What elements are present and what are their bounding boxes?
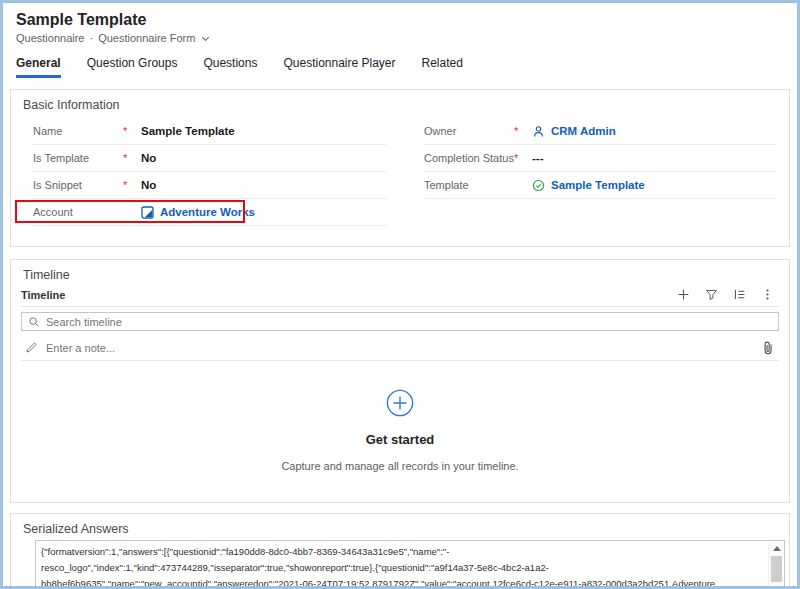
completion-status-field-value[interactable]: --- — [532, 152, 544, 164]
chevron-down-icon[interactable] — [201, 34, 210, 43]
timeline-search-box — [21, 312, 779, 331]
pencil-icon — [25, 341, 38, 354]
timeline-section: Timeline Timeline — [10, 259, 790, 503]
form-selector[interactable]: Questionnaire Form — [98, 32, 195, 44]
get-started-caption: Capture and manage all records in your t… — [21, 460, 779, 472]
account-lookup-value[interactable]: Adventure Works — [141, 206, 255, 219]
field-label: Template — [424, 179, 514, 191]
field-label: Is Snippet — [33, 179, 123, 191]
tab-question-groups[interactable]: Question Groups — [87, 56, 178, 78]
serialized-answers-textbox[interactable]: {"formatversion":1,"answers":[{"question… — [35, 540, 785, 589]
account-link[interactable]: Adventure Works — [160, 206, 255, 218]
field-label: Name — [33, 125, 123, 137]
person-icon — [532, 125, 545, 138]
is-template-field-value[interactable]: No — [141, 152, 156, 164]
tab-general[interactable]: General — [16, 56, 61, 78]
entity-name: Questionnaire — [16, 32, 85, 44]
plus-icon[interactable] — [677, 288, 690, 301]
field-row-account: Account Adventure Works — [33, 199, 386, 226]
basic-information-fields: Name * Sample Template Is Template * No … — [33, 118, 777, 226]
field-row-completion-status: Completion Status * --- — [424, 145, 777, 172]
tab-related[interactable]: Related — [422, 56, 463, 78]
field-label: Account — [33, 206, 123, 218]
basic-information-section: Basic Information Name * Sample Template… — [10, 89, 790, 247]
timeline-panel: Timeline — [21, 288, 779, 472]
field-label: Completion Status — [424, 152, 514, 164]
section-title-basic-information: Basic Information — [11, 90, 789, 112]
is-snippet-field-value[interactable]: No — [141, 179, 156, 191]
template-icon — [532, 179, 545, 192]
required-asterisk: * — [514, 152, 532, 164]
breadcrumb: Questionnaire · Questionnaire Form — [16, 32, 797, 44]
field-label: Owner — [424, 125, 514, 137]
template-link[interactable]: Sample Template — [551, 179, 645, 191]
name-field-value[interactable]: Sample Template — [141, 125, 235, 137]
account-icon — [141, 206, 154, 219]
required-asterisk: * — [123, 125, 141, 137]
template-lookup-value[interactable]: Sample Template — [532, 179, 645, 192]
tab-questionnaire-player[interactable]: Questionnaire Player — [283, 56, 395, 78]
owner-link[interactable]: CRM Admin — [551, 125, 616, 137]
field-row-owner: Owner * CRM Admin — [424, 118, 777, 145]
vertical-scrollbar[interactable] — [768, 542, 783, 589]
timeline-commands — [677, 288, 777, 301]
fields-left-column: Name * Sample Template Is Template * No … — [33, 118, 386, 226]
paperclip-icon[interactable] — [762, 341, 774, 355]
field-row-is-template: Is Template * No — [33, 145, 386, 172]
breadcrumb-separator: · — [90, 32, 94, 44]
form-tabs: General Question Groups Questions Questi… — [3, 56, 797, 78]
required-asterisk: * — [123, 179, 141, 191]
expand-records-icon[interactable] — [733, 288, 746, 301]
scrollbar-thumb[interactable] — [771, 556, 782, 582]
section-title-timeline: Timeline — [11, 260, 789, 282]
get-started-title: Get started — [21, 432, 779, 447]
timeline-empty-state: Get started Capture and manage all recor… — [21, 389, 779, 472]
filter-icon[interactable] — [705, 288, 718, 301]
note-entry-row — [21, 335, 779, 361]
field-label: Is Template — [33, 152, 123, 164]
get-started-plus-icon[interactable] — [386, 389, 414, 417]
field-row-is-snippet: Is Snippet * No — [33, 172, 386, 199]
search-timeline-input[interactable] — [46, 316, 778, 328]
enter-note-input[interactable] — [46, 342, 754, 354]
timeline-panel-title: Timeline — [21, 289, 65, 301]
field-row-template: Template Sample Template — [424, 172, 777, 199]
required-asterisk: * — [514, 125, 532, 137]
page-header: Sample Template Questionnaire · Question… — [3, 3, 797, 44]
owner-lookup-value[interactable]: CRM Admin — [532, 125, 616, 138]
search-icon — [28, 316, 40, 328]
serialized-answers-section: Serialized Answers {"formatversion":1,"a… — [10, 513, 790, 589]
scroll-up-icon[interactable] — [773, 546, 781, 551]
section-title-serialized-answers: Serialized Answers — [11, 514, 789, 536]
tab-questions[interactable]: Questions — [203, 56, 257, 78]
more-icon[interactable] — [761, 288, 774, 301]
required-asterisk: * — [123, 152, 141, 164]
app-window: Sample Template Questionnaire · Question… — [0, 0, 800, 589]
fields-right-column: Owner * CRM Admin Completion Status * --… — [424, 118, 777, 226]
page-title: Sample Template — [16, 11, 797, 29]
timeline-header: Timeline — [21, 288, 779, 307]
serialized-answers-value[interactable]: {"formatversion":1,"answers":[{"question… — [36, 541, 784, 589]
field-row-name: Name * Sample Template — [33, 118, 386, 145]
